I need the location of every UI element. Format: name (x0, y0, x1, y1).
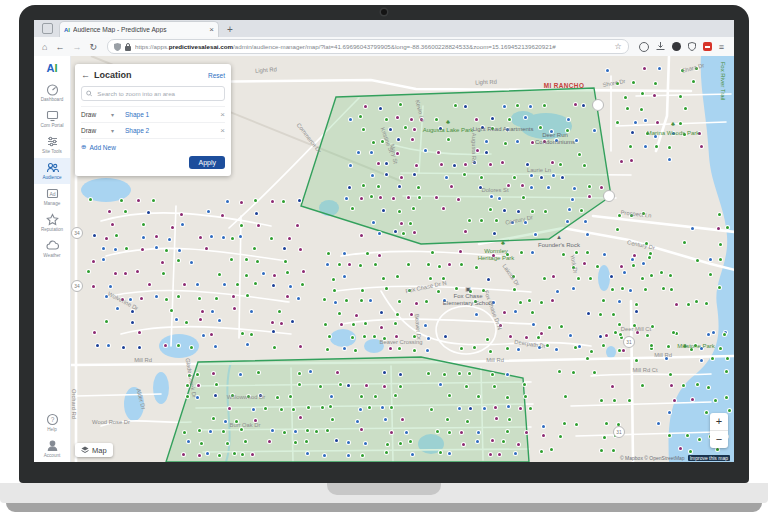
monument-icon: ▲ (556, 234, 562, 240)
people-icon (46, 161, 59, 174)
audience-app: AI DashboardCom PortalSite ToolsAudience… (34, 56, 734, 462)
street-label: Shara Dr (681, 62, 705, 74)
sidebar-item-audience[interactable]: Audience (34, 158, 70, 184)
shape-name[interactable]: Shape 1 (125, 111, 220, 118)
tree-icon: ♣ (683, 343, 687, 349)
map-canvas[interactable]: Light RdLight RdShore DrShara DrCommerce… (71, 56, 734, 462)
shape-row-1: Draw▾Shape 1× (81, 106, 225, 122)
webcam (381, 9, 387, 15)
poi-label: Founder's Rock (538, 242, 580, 248)
svg-text:Ad: Ad (49, 191, 55, 197)
sidebar-item-label: Help (47, 427, 56, 432)
sidebar-item-help[interactable]: ?Help (34, 410, 70, 436)
improve-map-link[interactable]: Improve this map (688, 455, 730, 461)
chevron-down-icon[interactable]: ▾ (111, 111, 125, 118)
remove-shape-icon[interactable]: × (220, 126, 225, 135)
street-label: Laurie Ln (527, 167, 551, 173)
search-input[interactable] (95, 89, 220, 98)
home-icon[interactable]: ⌂ (42, 42, 47, 52)
street-label: Prospect Ln (620, 209, 651, 218)
sidebar-item-label: Weather (43, 253, 60, 258)
poi-label: Condominiums (535, 139, 575, 145)
search-box[interactable] (81, 86, 225, 101)
sidebar-item-label: Com Portal (41, 123, 64, 128)
street-label: Mill Rd Ct (632, 367, 657, 373)
sidebar-item-label: Audience (42, 175, 61, 180)
sidebar-item-weather[interactable]: Weather (34, 236, 70, 262)
app-sidebar: AI DashboardCom PortalSite ToolsAudience… (34, 56, 71, 462)
shield-icon (114, 43, 121, 51)
browser-tab[interactable]: AI Audience Map - Predictive Apps × (59, 21, 219, 37)
sidebar-item-label: Reputation (41, 227, 63, 232)
street-label: Beaver Dr (414, 314, 422, 341)
back-icon[interactable]: ← (55, 42, 64, 52)
street-label: Light Rd (475, 79, 497, 86)
reload-icon[interactable]: ↻ (89, 42, 97, 52)
street-label: Century Dr (505, 214, 534, 226)
poi-label: Fox Chase (453, 293, 482, 299)
shape-name[interactable]: Shape 2 (125, 127, 220, 134)
laptop-notch (327, 483, 441, 495)
school-icon: ▣ (465, 285, 471, 292)
new-tab-button[interactable]: + (227, 24, 233, 35)
download-icon[interactable] (656, 42, 665, 51)
draw-mode-select[interactable]: Draw (81, 127, 111, 134)
shape-vertex-marker (592, 99, 604, 111)
search-icon (86, 90, 92, 97)
poi-label: Elementary School (443, 300, 493, 306)
street-label: Wolverine Dr (107, 291, 139, 312)
laptop-mockup: AI Audience Map - Predictive Apps × + ⌂ … (0, 0, 768, 512)
app-logo[interactable]: AI (46, 62, 57, 74)
bookmark-star-icon[interactable]: ☆ (615, 42, 622, 51)
poi-label: Deer Run (542, 132, 568, 138)
park-label: Wormley (484, 248, 508, 254)
adblock-icon[interactable] (703, 42, 712, 51)
sidebar-item-label: Account (44, 453, 61, 458)
sidebar-item-site-tools[interactable]: Site Tools (34, 132, 70, 158)
sidebar-item-reputation[interactable]: Reputation (34, 210, 70, 236)
sidebar-item-com-portal[interactable]: Com Portal (34, 106, 70, 132)
zoom-out-button[interactable]: − (710, 431, 728, 448)
street-label: Lakota Dr (501, 263, 520, 287)
map-style-button[interactable]: Map (75, 443, 113, 457)
browser-toolbar: ⌂ ← → ↻ https://apps.predictivesalesai.c… (34, 37, 734, 57)
menu-icon[interactable]: ≡ (719, 42, 724, 52)
sidebar-item-account[interactable]: Account (34, 436, 70, 462)
street-label: Deer Mill Ct (621, 326, 651, 332)
street-label: Shore Dr (602, 78, 626, 88)
account-badge-icon[interactable] (672, 42, 681, 51)
privacy-shield-icon[interactable] (688, 42, 696, 51)
street-label: Augusta Rd (471, 133, 477, 163)
tree-icon: ♣ (671, 121, 675, 127)
panel-title: Location (94, 70, 208, 80)
zoom-in-button[interactable]: + (710, 413, 728, 431)
star-icon (46, 213, 59, 226)
street-label: Glade Creek Dr (185, 358, 198, 399)
park-label: Marina Woods Park (647, 130, 700, 136)
street-label: Burr Oak Dr (230, 422, 261, 428)
forward-icon[interactable]: → (72, 42, 81, 52)
back-icon[interactable]: ← (81, 70, 90, 80)
tab-close-icon[interactable]: × (209, 25, 214, 34)
street-label: Alder Dr (135, 388, 146, 410)
app-favicon: AI (64, 27, 70, 33)
address-bar[interactable]: https://apps.predictivesalesai.com/admin… (107, 39, 629, 54)
chevron-down-icon[interactable]: ▾ (111, 127, 125, 134)
route-shield: 34 (71, 227, 83, 239)
browser-view-icon[interactable] (42, 23, 53, 34)
attribution-text: © Mapbox © OpenStreetMap (620, 455, 685, 461)
tree-icon: ♣ (501, 240, 505, 246)
extension-icon[interactable] (639, 42, 649, 52)
apply-button[interactable]: Apply (189, 156, 225, 169)
add-new-button[interactable]: ⊕ Add New (81, 138, 225, 151)
street-label: Dolores St (481, 187, 508, 193)
street-label: Beaver Crossing (380, 339, 423, 345)
poi-label: Light Road Apartments (472, 126, 533, 132)
sidebar-item-manage[interactable]: AdManage (34, 184, 70, 210)
sidebar-item-dashboard[interactable]: Dashboard (34, 80, 70, 106)
street-label: Century Dr (627, 239, 656, 251)
remove-shape-icon[interactable]: × (220, 110, 225, 119)
draw-mode-select[interactable]: Draw (81, 111, 111, 118)
reset-button[interactable]: Reset (208, 72, 225, 79)
tab-title: Audience Map - Predictive Apps (73, 26, 206, 33)
